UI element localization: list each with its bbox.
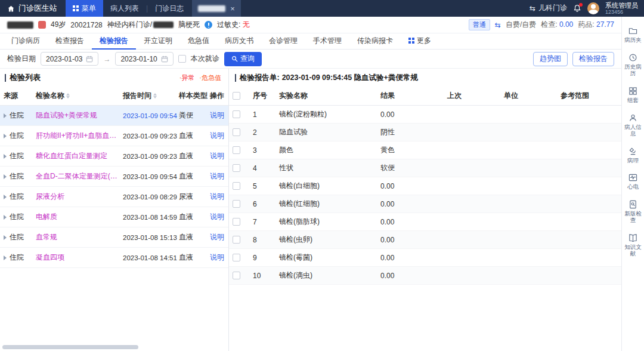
- department-switcher[interactable]: ⇆ 儿科门诊: [530, 3, 567, 13]
- report-row[interactable]: 9镜检(霉菌)0.00: [229, 249, 621, 267]
- active-patient-tab[interactable]: ×: [192, 0, 241, 17]
- test-name[interactable]: 糖化血红蛋白定量测定: [36, 151, 123, 161]
- select-all-checkbox[interactable]: [233, 92, 240, 100]
- lab-list-row[interactable]: 住院电解质2023-01-08 14:59血液说明: [0, 207, 228, 227]
- expand-icon[interactable]: [4, 215, 7, 220]
- col-test-name[interactable]: 检验名称: [36, 91, 123, 101]
- query-button[interactable]: 查询: [224, 52, 262, 66]
- tab-more[interactable]: 更多: [401, 33, 439, 50]
- test-name[interactable]: 隐血试验+粪便常规: [36, 110, 123, 121]
- row-checkbox[interactable]: [233, 254, 240, 261]
- report-row[interactable]: 7镜检(脂肪球)0.00: [229, 213, 621, 231]
- report-row[interactable]: 10镜检(滴虫)0.00: [229, 267, 621, 285]
- expand-icon[interactable]: [4, 255, 7, 260]
- sidebar-item-record-folder[interactable]: 病历夹: [622, 21, 644, 48]
- lab-report-button[interactable]: 检验报告: [572, 52, 614, 66]
- user-meta: 系统管理员 123456: [605, 2, 638, 16]
- lab-list-row[interactable]: 住院尿液分析2023-01-09 08:29尿液说明: [0, 187, 228, 207]
- nav-patient-list[interactable]: 病人列表: [103, 0, 146, 17]
- sidebar-item-new-exam[interactable]: 新版检查: [622, 195, 644, 229]
- sample-type: 血液: [179, 131, 210, 141]
- sidebar-item-knowledge-docs[interactable]: 知识文献: [622, 229, 644, 262]
- test-name[interactable]: 全血D-二聚体定量测定(D-...: [36, 171, 123, 181]
- row-checkbox[interactable]: [233, 110, 240, 118]
- test-name[interactable]: 凝血四项: [36, 253, 123, 263]
- sidebar-item-ecg[interactable]: 心电: [622, 168, 644, 195]
- tab-medical-documents[interactable]: 病历文书: [217, 33, 261, 50]
- sort-icon[interactable]: [66, 93, 70, 98]
- sidebar-item-patient-info[interactable]: 病人信息: [622, 109, 644, 142]
- drug-fee-amount: 27.77: [596, 20, 614, 29]
- lab-list-row[interactable]: 住院糖化血红蛋白定量测定2023-01-09 09:23血液说明: [0, 146, 228, 167]
- report-row[interactable]: 4性状软便: [229, 159, 621, 177]
- tab-consultation[interactable]: 会诊管理: [261, 33, 305, 50]
- tab-surgery[interactable]: 手术管理: [305, 33, 349, 50]
- explain-link[interactable]: 说明: [210, 232, 229, 242]
- explain-link[interactable]: 说明: [210, 253, 229, 263]
- tab-critical-value[interactable]: 危急值: [180, 33, 217, 50]
- report-row[interactable]: 6镜检(红细胞)0.00: [229, 195, 621, 213]
- expand-icon[interactable]: [4, 113, 7, 118]
- expand-icon[interactable]: [4, 195, 7, 199]
- item-name: 镜检(霉菌): [279, 253, 380, 263]
- explain-link[interactable]: 说明: [210, 110, 229, 121]
- row-checkbox[interactable]: [233, 218, 240, 226]
- notification-bell-icon[interactable]: [573, 4, 581, 13]
- nav-outpatient-log[interactable]: 门诊日志: [148, 0, 191, 17]
- lab-list-row[interactable]: 住院血常规2023-01-08 15:13血液说明: [0, 227, 228, 248]
- test-name[interactable]: 尿液分析: [36, 192, 123, 202]
- col-sample-type[interactable]: 样本类型: [179, 91, 210, 101]
- report-row[interactable]: 8镜检(虫卵)0.00: [229, 231, 621, 249]
- col-report-time[interactable]: 报告时间: [123, 91, 179, 101]
- tab-exam-report[interactable]: 检查报告: [48, 33, 92, 50]
- date-to-input[interactable]: 2023-01-10: [115, 52, 173, 66]
- lab-list-row[interactable]: 住院凝血四项2023-01-08 14:51血液说明: [0, 248, 228, 268]
- row-checkbox[interactable]: [233, 128, 240, 136]
- sidebar-item-history-records[interactable]: 历史病历: [622, 48, 644, 82]
- lab-list-row[interactable]: 住院隐血试验+粪便常规2023-01-09 09:54粪便说明: [0, 106, 228, 126]
- current-visit-checkbox[interactable]: [178, 55, 186, 63]
- item-name: 镜检(白细胞): [279, 181, 380, 191]
- row-checkbox[interactable]: [233, 200, 240, 208]
- date-from-input[interactable]: 2023-01-03: [41, 52, 98, 66]
- test-name[interactable]: 血常规: [36, 232, 123, 242]
- patient-age: 49岁: [51, 20, 66, 30]
- expand-icon[interactable]: [4, 174, 7, 179]
- explain-link[interactable]: 说明: [210, 192, 229, 202]
- close-icon[interactable]: ×: [230, 5, 235, 13]
- row-checkbox[interactable]: [233, 146, 240, 154]
- report-row[interactable]: 3颜色黄色: [229, 141, 621, 159]
- report-row[interactable]: 2隐血试验阴性: [229, 124, 621, 141]
- test-name[interactable]: 肝功能II+肾功II+血脂血糖...: [36, 131, 123, 141]
- seq-no: 1: [253, 110, 279, 119]
- report-row[interactable]: 1镜检(淀粉颗粒)0.00: [229, 106, 621, 124]
- lab-list-row[interactable]: 住院全血D-二聚体定量测定(D-...2023-01-09 09:54血液说明: [0, 167, 228, 187]
- explain-link[interactable]: 说明: [210, 151, 229, 161]
- menu-button[interactable]: 菜单: [66, 0, 103, 17]
- report-row[interactable]: 5镜检(白细胞)0.00: [229, 177, 621, 195]
- tab-lab-report[interactable]: 检验报告: [92, 33, 136, 50]
- fee-swap-icon[interactable]: ⇆: [495, 21, 501, 29]
- trend-chart-button[interactable]: 趋势图: [533, 52, 568, 66]
- sidebar-item-order-sets[interactable]: 组套: [622, 82, 644, 109]
- row-source: 住院: [4, 192, 36, 202]
- explain-link[interactable]: 说明: [210, 212, 229, 222]
- horizontal-scrollbar[interactable]: [2, 345, 138, 349]
- sidebar-item-pathology[interactable]: 病理: [622, 142, 644, 169]
- row-checkbox[interactable]: [233, 182, 240, 190]
- tab-issue-certificate[interactable]: 开立证明: [136, 33, 180, 50]
- avatar[interactable]: [587, 2, 599, 14]
- row-checkbox[interactable]: [233, 236, 240, 244]
- row-checkbox[interactable]: [233, 164, 240, 172]
- expand-icon[interactable]: [4, 154, 7, 159]
- tab-outpatient-record[interactable]: 门诊病历: [4, 33, 48, 50]
- tab-infectious-report[interactable]: 传染病报卡: [349, 33, 401, 50]
- sort-icon[interactable]: [153, 93, 157, 98]
- expand-icon[interactable]: [4, 134, 7, 138]
- explain-link[interactable]: 说明: [210, 131, 229, 141]
- expand-icon[interactable]: [4, 235, 7, 240]
- lab-list-row[interactable]: 住院肝功能II+肾功II+血脂血糖...2023-01-09 09:23血液说明: [0, 126, 228, 146]
- explain-link[interactable]: 说明: [210, 171, 229, 181]
- row-checkbox[interactable]: [233, 272, 240, 279]
- test-name[interactable]: 电解质: [36, 212, 123, 222]
